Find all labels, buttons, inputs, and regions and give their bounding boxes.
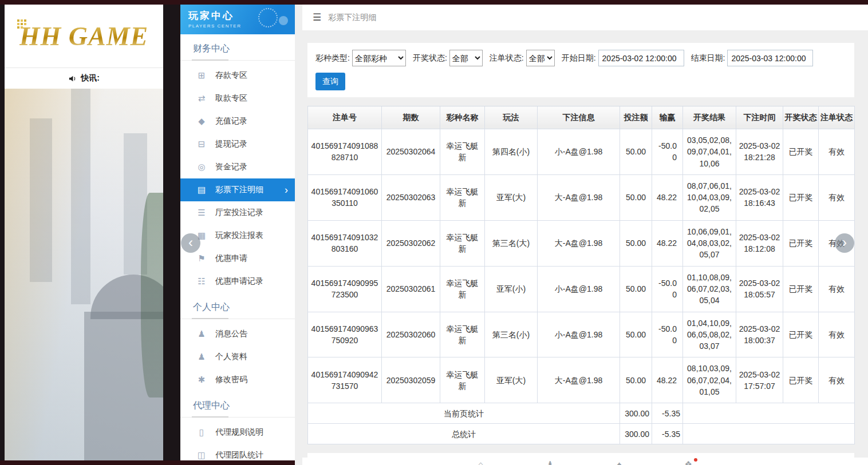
summary-win-loss: -5.35 [652,403,683,424]
summary-label: 总统计 [308,424,620,444]
carousel-prev-button[interactable]: ‹ [181,233,200,253]
sidebar-section-title: 代理中心 [180,391,295,418]
sidebar-item-withdraw-zone[interactable]: ⇄取款专区 [180,87,295,110]
sidebar-item-label: 存款专区 [215,70,247,81]
cell-result: 01,10,08,09,06,07,02,03,05,04 [683,266,736,312]
cell-bet_status: 有效 [819,266,855,312]
column-header-draw_status: 开奖状态 [783,106,819,129]
sidebar-item-label: 个人资料 [215,352,247,362]
cell-amount: 50.00 [620,357,652,403]
draw-status-select[interactable]: 全部 [449,50,483,66]
cell-period: 20250302060 [382,312,440,357]
table-row: 40156917409108882871020250302064幸运飞艇新第四名… [308,129,855,175]
summary-bet-total: 300.00 [620,403,652,424]
cell-lottery: 幸运飞艇新 [440,174,485,220]
table-row: 40156917409099572350020250302061幸运飞艇新亚军(… [308,266,855,312]
sidebar-item-withdrawal-records[interactable]: ⊟提现记录 [180,133,295,156]
table-row: 40156917409106035011020250302063幸运飞艇新亚军(… [308,174,855,220]
sidebar-item-agent-rules[interactable]: ▯代理规则说明 [180,421,295,444]
sidebar-item-change-password[interactable]: ✱修改密码 [180,368,295,391]
menu-icon[interactable]: ☰ [313,11,321,23]
lottery-type-select[interactable]: 全部彩种 [352,50,406,66]
sidebar-item-promo-apply[interactable]: ⚑优惠申请 [180,247,295,270]
messages-icon: ♟ [196,329,207,339]
cell-bet_status: 有效 [819,357,855,403]
sidebar-item-hall-bet-records[interactable]: ☰厅室投注记录 [180,201,295,224]
sidebar-item-deposit-zone[interactable]: ⊞存款专区 [180,64,295,87]
header-deco-dot-icon [279,16,288,25]
search-button[interactable]: 查询 [315,73,345,90]
sidebar-subtitle: PLAYERS CENTER [188,23,295,29]
bet-table: 注单号期数彩种名称玩法下注信息投注额输赢开奖结果下注时间开奖状态注单状态 401… [307,106,855,444]
lottery-type-label: 彩种类型: [315,53,350,63]
column-header-period: 期数 [382,106,440,129]
cell-draw_status: 已开奖 [783,312,819,357]
footer-users-icon[interactable]: ♟ [546,459,554,465]
cell-period: 20250302062 [382,220,440,266]
sidebar-item-profile[interactable]: ♟个人资料 [180,345,295,368]
sidebar-section-title: 个人中心 [180,293,295,319]
cell-bet_info: 小-A盘@1.98 [538,312,620,357]
sidebar-section-title: 财务中心 [180,34,295,61]
cell-result: 08,07,06,01,10,04,03,09,02,05 [683,174,736,220]
cell-bet_time: 2025-03-02 18:16:43 [736,174,783,220]
cell-play: 亚军(大) [485,174,538,220]
header-deco-circle-icon [258,8,278,27]
footer-games-icon[interactable]: ♠ [617,459,622,465]
cell-play: 亚军(大) [485,357,538,403]
cell-bet_time: 2025-03-02 17:57:07 [736,357,783,403]
news-ticker: 快讯: [5,67,163,89]
logo-text: HH GAME [19,21,149,51]
change-password-icon: ✱ [196,375,207,385]
sidebar-item-funds-records[interactable]: ◎资金记录 [180,156,295,178]
summary-empty [683,403,855,424]
bet-table-card: 注单号期数彩种名称玩法下注信息投注额输赢开奖结果下注时间开奖状态注单状态 401… [307,106,854,444]
topbar: ☰ 彩票下注明细 [302,5,868,30]
cell-period: 20250302059 [382,357,440,403]
end-date-input[interactable] [727,50,813,66]
content: 彩种类型: 全部彩种 开奖状态: 全部 注单状态: 全部 [302,30,868,465]
sidebar-item-label: 取款专区 [215,93,247,104]
sidebar-item-recharge-records[interactable]: ◆充值记录 [180,110,295,133]
sidebar-item-messages[interactable]: ♟消息公告 [180,323,295,345]
column-header-bet_no: 注单号 [308,106,382,129]
players-center-header: 玩家中心 PLAYERS CENTER [180,5,295,34]
sidebar-item-label: 修改密码 [215,375,247,385]
logo[interactable]: HH GAME [5,5,163,67]
sidebar-item-label: 厅室投注记录 [215,208,263,218]
bet-status-label: 注单状态: [490,53,524,63]
column-header-bet_time: 下注时间 [736,106,783,129]
cell-bet_no: 401569174091088828710 [308,129,382,175]
footer-home-icon[interactable]: ⌂ [478,459,483,465]
sidebar-item-lottery-bet-details[interactable]: ▤彩票下注明细› [180,178,295,201]
sidebar-item-label: 资金记录 [215,162,247,172]
cell-bet_info: 大-A盘@1.98 [538,357,620,403]
cell-win_loss: 48.22 [652,174,683,220]
end-date-label: 结束日期: [691,53,725,63]
cell-play: 第三名(小) [485,312,538,357]
cell-play: 第四名(小) [485,129,538,175]
sidebar-item-promo-apply-records[interactable]: ☷优惠申请记录 [180,270,295,293]
footer-promo-icon[interactable]: ❖ [685,459,692,465]
cell-draw_status: 已开奖 [783,220,819,266]
deposit-zone-icon: ⊞ [196,70,207,81]
agent-rules-icon: ▯ [196,427,207,438]
cell-bet_info: 大-A盘@1.98 [538,174,620,220]
cell-amount: 50.00 [620,266,652,312]
recharge-records-icon: ◆ [196,116,207,126]
news-label: 快讯: [81,73,100,84]
carousel-next-button[interactable]: › [835,233,854,253]
cell-play: 亚军(小) [485,266,538,312]
start-date-input[interactable] [598,50,684,66]
sidebar-item-agent-team-stats[interactable]: ◫代理团队统计 [180,444,295,460]
column-header-play: 玩法 [485,106,538,129]
sidebar-item-label: 玩家投注报表 [215,230,263,241]
column-header-lottery: 彩种名称 [440,106,485,129]
cell-amount: 50.00 [620,174,652,220]
cell-bet_info: 小-A盘@1.98 [538,129,620,175]
summary-bet-total: 300.00 [620,424,652,444]
column-header-amount: 投注额 [620,106,652,129]
bet-status-select[interactable]: 全部 [526,50,555,66]
cell-play: 第三名(大) [485,220,538,266]
sidebar: 玩家中心 PLAYERS CENTER 财务中心⊞存款专区⇄取款专区◆充值记录⊟… [180,5,295,460]
